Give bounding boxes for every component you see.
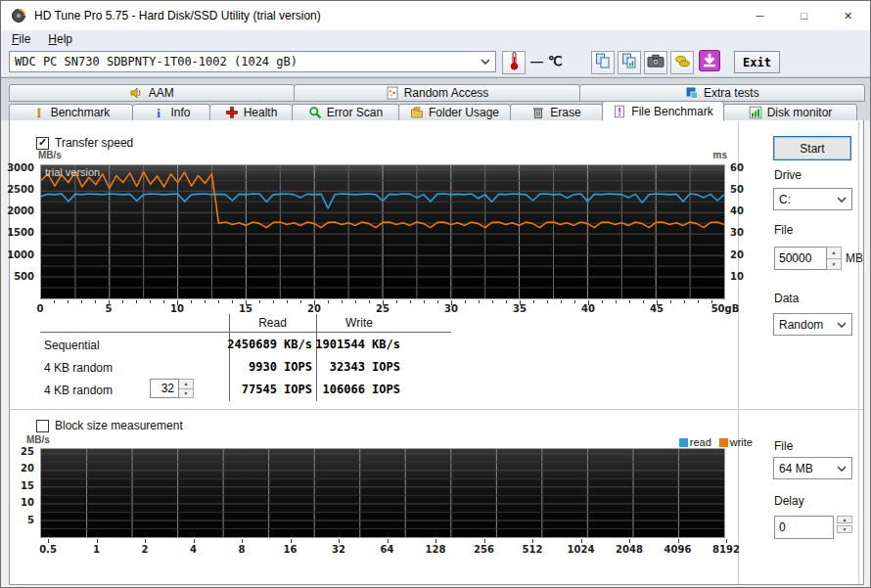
y-axis-tick: 10	[1, 497, 34, 508]
data-pattern-select[interactable]: Random	[773, 313, 852, 336]
tab-error-scan-label: Error Scan	[327, 106, 383, 119]
x-axis-tick: 1	[77, 544, 116, 555]
block-size-checkbox[interactable]	[36, 420, 49, 432]
camera-icon	[647, 53, 665, 72]
save-results-button[interactable]	[670, 51, 694, 74]
exit-button[interactable]: Exit	[734, 51, 780, 73]
y-axis-tick: 2000	[1, 205, 34, 216]
queue-depth-value: 32	[150, 379, 179, 398]
delay-value: 0	[774, 516, 834, 539]
x-tick-mark	[328, 300, 329, 303]
table-header-rule	[40, 332, 451, 333]
error-scan-icon	[308, 106, 322, 119]
y-axis-tick: 20	[1, 463, 34, 474]
transfer-speed-label: Transfer speed	[55, 136, 133, 150]
tab-aam[interactable]: AAM	[9, 84, 295, 102]
block-size-checkbox-row: Block size measurement	[36, 419, 183, 432]
x-tick-mark	[242, 539, 243, 543]
svg-text:!: !	[36, 106, 40, 119]
file-size-spinner[interactable]: 50000 ▲ ▼	[774, 247, 842, 270]
start-button[interactable]: Start	[773, 136, 851, 160]
x-tick-mark	[205, 300, 206, 303]
drive-combobox[interactable]: WDC PC SN730 SDBPNTY-1T00-1002 (1024 gB)	[9, 51, 496, 72]
x-tick-mark	[479, 300, 480, 303]
random-access-icon	[386, 86, 399, 100]
tab-error-scan[interactable]: Error Scan	[292, 104, 399, 121]
x-axis-tick: 1024	[562, 544, 601, 555]
block-size-chart	[40, 448, 725, 538]
tab-erase[interactable]: Erase	[510, 104, 603, 121]
spin-down-icon[interactable]: ▼	[837, 525, 852, 533]
data-pattern-value: Random	[779, 318, 823, 332]
legend-write: write	[719, 436, 753, 448]
minimize-button[interactable]: ─	[738, 1, 782, 30]
tab-folder-usage[interactable]: Folder Usage	[398, 104, 511, 121]
x-tick-mark	[232, 300, 233, 303]
extra-tests-icon	[685, 86, 699, 100]
title-bar: HD Tune Pro 5.75 - Hard Disk/SSD Utility…	[1, 1, 870, 30]
x-tick-mark	[259, 300, 260, 303]
tab-disk-monitor-label: Disk monitor	[767, 106, 833, 119]
tab-random-access[interactable]: Random Access	[294, 84, 579, 102]
y-axis-tick: 15	[1, 480, 34, 491]
copy-image-button[interactable]	[618, 51, 641, 74]
side-panel-right-edge	[858, 121, 859, 584]
x-tick-mark	[81, 300, 82, 303]
copy-text-button[interactable]	[591, 51, 615, 74]
y-axis-tick-right: 20	[730, 249, 759, 260]
transfer-speed-chart: trial version	[40, 164, 725, 299]
x-tick-mark	[48, 539, 49, 543]
drive-select[interactable]: C:	[773, 188, 852, 210]
x-tick-mark	[424, 300, 425, 303]
row-4kb-qd-label: 4 KB random	[44, 384, 113, 397]
tab-info[interactable]: i Info	[132, 104, 210, 121]
copy-icon	[595, 53, 611, 72]
tab-benchmark[interactable]: ! Benchmark	[9, 104, 133, 121]
tab-disk-monitor[interactable]: Disk monitor	[723, 104, 857, 121]
close-button[interactable]: ✕	[826, 1, 870, 30]
window-title: HD Tune Pro 5.75 - Hard Disk/SSD Utility…	[34, 9, 321, 23]
row-4kb-label: 4 KB random	[44, 361, 113, 375]
maximize-button[interactable]: □	[782, 1, 826, 30]
menu-help[interactable]: Help	[39, 31, 81, 47]
download-button[interactable]	[698, 51, 721, 74]
x-tick-mark	[581, 539, 582, 543]
row-sequential-write: 1901544 KB/s	[277, 338, 400, 351]
tab-health-label: Health	[244, 106, 278, 119]
x-tick-mark	[369, 300, 370, 303]
transfer-speed-checkbox[interactable]: ✓	[36, 137, 49, 150]
x-tick-mark	[97, 539, 98, 543]
block-file-select[interactable]: 64 MB	[773, 457, 852, 479]
legend-read-label: read	[690, 436, 711, 448]
spin-up-icon[interactable]: ▲	[827, 248, 841, 258]
spin-up-icon[interactable]: ▲	[837, 516, 852, 523]
x-tick-mark	[191, 300, 192, 303]
data-label: Data	[774, 292, 799, 305]
y-axis-tick: 25	[1, 446, 34, 457]
x-tick-mark	[547, 300, 548, 303]
block-file-value: 64 MB	[779, 462, 813, 475]
x-tick-mark	[629, 300, 630, 303]
delay-spinner[interactable]: 0	[774, 516, 834, 539]
x-tick-mark	[194, 539, 195, 543]
info-icon: i	[152, 106, 165, 119]
drive-label: Drive	[774, 168, 802, 182]
screenshot-button[interactable]	[644, 51, 667, 74]
x-tick-mark	[388, 539, 389, 543]
x-tick-mark	[383, 300, 384, 305]
y-axis-tick-right: 50	[730, 184, 759, 195]
main-chart-right-unit: ms	[698, 150, 727, 160]
tab-extra-tests[interactable]: Extra tests	[579, 84, 865, 102]
menu-file[interactable]: File	[3, 31, 39, 47]
tab-file-benchmark[interactable]: ! File Benchmark	[602, 101, 724, 121]
spin-down-icon[interactable]: ▼	[827, 258, 841, 270]
tab-health[interactable]: Health	[209, 104, 293, 121]
table-header-write: Write	[316, 316, 402, 330]
x-tick-mark	[437, 300, 438, 303]
x-tick-mark	[436, 539, 436, 543]
x-tick-mark	[520, 300, 521, 305]
y-axis-tick-right: 60	[730, 162, 759, 173]
disk-monitor-icon	[749, 106, 762, 119]
x-tick-mark	[95, 300, 96, 303]
temperature-button[interactable]	[502, 51, 526, 74]
